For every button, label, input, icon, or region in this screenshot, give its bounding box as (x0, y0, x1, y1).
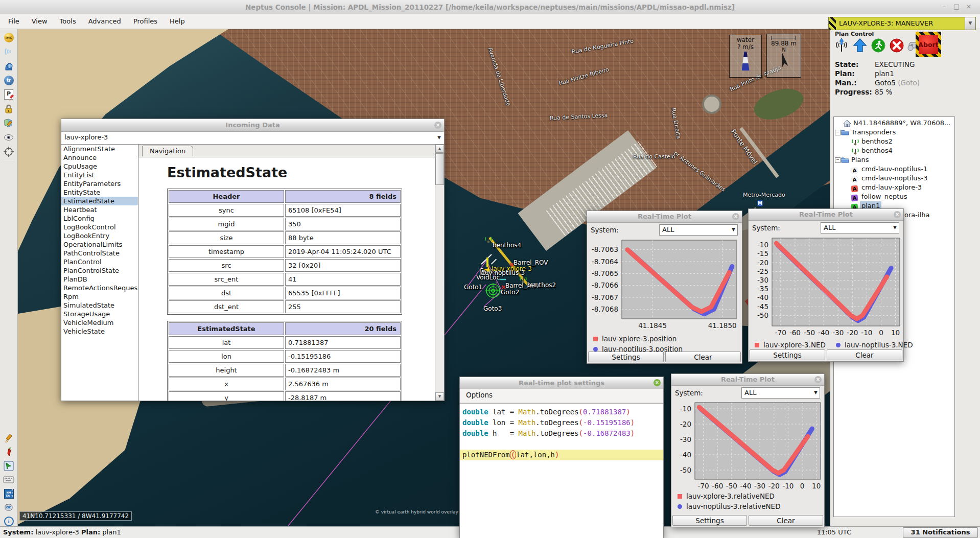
code-line[interactable] (460, 439, 663, 450)
nmea-ais-icon[interactable]: NMEAAIS (3, 487, 15, 500)
security-lock-icon[interactable] (3, 103, 15, 115)
crosshair-target-icon[interactable] (3, 146, 15, 158)
tree-expander[interactable]: − (835, 130, 841, 135)
window-controls[interactable]: –□× (938, 3, 975, 10)
s57-chart-icon[interactable] (3, 446, 15, 458)
menu-tools[interactable]: Tools (54, 14, 82, 29)
menu-options[interactable]: Options (466, 391, 493, 399)
daemon-robot-icon[interactable] (3, 501, 15, 513)
info-icon[interactable]: i (3, 515, 15, 527)
map-marker-metro[interactable]: M (757, 199, 763, 207)
close-icon[interactable]: × (814, 376, 822, 383)
close-icon[interactable]: × (894, 211, 901, 218)
message-item-entitylist[interactable]: EntityList (61, 171, 138, 179)
plot-script-editor[interactable]: double lat = Math.toDegrees(0.71881387)d… (460, 403, 663, 538)
clear-button[interactable]: Clear (665, 352, 741, 362)
message-item-heartbeat[interactable]: Heartbeat (61, 205, 138, 214)
plot-title-bar[interactable]: Real-Time Plot (587, 211, 742, 223)
keyboard-input-icon[interactable] (3, 474, 15, 486)
message-item-logbookentry[interactable]: LogBookEntry (61, 231, 138, 240)
tree-item-cmd-lauv-noptilus-1[interactable]: Acmd-lauv-noptilus-1 (834, 165, 954, 174)
vehicle-selector-arrow-icon[interactable]: ▼ (965, 17, 975, 30)
plot-title-bar[interactable]: Real-Time Plot (749, 209, 903, 221)
message-item-entityparameters[interactable]: EntityParameters (61, 179, 138, 188)
scroll-up-icon[interactable]: ▲ (435, 145, 444, 153)
message-item-pathcontrolstate[interactable]: PathControlState (61, 249, 138, 258)
tree-item-benthos2[interactable]: benthos2 (834, 137, 954, 146)
message-item-simulatedstate[interactable]: SimulatedState (61, 301, 138, 310)
code-line[interactable]: plotNEDFrom(lat,lon,h) (460, 450, 663, 460)
message-item-cpuusage[interactable]: CpuUsage (61, 162, 138, 171)
code-line[interactable]: double h = Math.toDegrees(-0.16872483) (460, 428, 663, 439)
pencil-edit-icon[interactable] (3, 432, 15, 445)
message-item-plancontrol[interactable]: PlanControl (61, 258, 138, 266)
settings-button[interactable]: Settings (750, 349, 825, 360)
operator-head-icon[interactable] (3, 60, 15, 72)
code-line[interactable]: double lat = Math.toDegrees(0.71881387) (460, 407, 663, 417)
settings-button[interactable]: Settings (672, 515, 747, 526)
message-item-vehiclestate[interactable]: VehicleState (61, 327, 138, 336)
menu-advanced[interactable]: Advanced (82, 14, 127, 29)
message-item-entitystate[interactable]: EntityState (61, 188, 138, 197)
scroll-down-icon[interactable]: ▼ (435, 392, 444, 401)
notifications-button[interactable]: 31 Notifications (903, 527, 978, 538)
window-control[interactable]: × (963, 3, 975, 10)
imc-globe-icon[interactable]: IMC (3, 31, 15, 43)
abort-button[interactable]: Abort (916, 32, 941, 57)
announce-signal-icon[interactable] (3, 45, 15, 58)
tree-expander[interactable]: − (835, 157, 841, 163)
close-icon[interactable]: × (434, 122, 441, 129)
stop-plan-icon[interactable] (889, 37, 904, 53)
tree-item-cmd-lauv-noptilus-3[interactable]: Acmd-lauv-noptilus-3 (834, 174, 954, 183)
plan-edit-icon[interactable]: P (3, 88, 15, 101)
tree-item-follow-neptus[interactable]: Afollow_neptus (834, 192, 954, 201)
tree-item-plans[interactable]: −Plans (834, 155, 954, 165)
message-item-vehiclemedium[interactable]: VehicleMedium (61, 318, 138, 327)
incoming-data-title-bar[interactable]: Incoming Data (61, 119, 444, 132)
settings-button[interactable]: Settings (588, 352, 664, 362)
message-item-storageusage[interactable]: StorageUsage (61, 310, 138, 318)
main-title-bar[interactable]: Neptus Console | Mission: APDL_Mission_2… (0, 0, 980, 15)
message-item-alignmentstate[interactable]: AlignmentState (61, 145, 138, 153)
tree-item-transponders[interactable]: −Transponders (834, 128, 954, 137)
incoming-system-dropdown[interactable]: lauv-xplore-3 ▼ (61, 132, 444, 145)
message-item-operationallimits[interactable]: OperationalLimits (61, 240, 138, 249)
code-line[interactable]: double lon = Math.toDegrees(-0.15195186) (460, 417, 663, 428)
settings-title-bar[interactable]: Real-time plot settings (460, 377, 663, 389)
message-item-lblconfig[interactable]: LblConfig (61, 214, 138, 223)
window-control[interactable]: – (938, 3, 950, 10)
iridium-tr-icon[interactable]: tr (3, 74, 15, 86)
scrollbar-thumb[interactable] (435, 153, 444, 185)
system-dropdown[interactable]: ALL ▼ (741, 387, 820, 399)
plot-title-bar[interactable]: Real-Time Plot (671, 374, 824, 386)
message-item-remoteactionsrequest[interactable]: RemoteActionsRequest (61, 284, 138, 292)
send-plan-icon[interactable] (852, 37, 868, 53)
menu-file[interactable]: File (2, 14, 26, 29)
message-item-plandb[interactable]: PlanDB (61, 275, 138, 284)
simulation-cursor-icon[interactable] (3, 460, 15, 472)
layers-visibility-eye-icon[interactable] (3, 131, 15, 144)
vehicle-selector-dropdown[interactable]: LAUV-XPLORE-3: MANEUVER ▼ (828, 17, 976, 30)
map-editor-icon[interactable] (3, 117, 15, 129)
message-item-rpm[interactable]: Rpm (61, 292, 138, 301)
system-dropdown[interactable]: ALL ▼ (821, 222, 899, 233)
start-plan-icon[interactable] (870, 37, 886, 53)
map-marker-target[interactable] (485, 283, 501, 298)
message-item-logbookcontrol[interactable]: LogBookControl (61, 223, 138, 231)
map-marker-benthos4[interactable] (484, 236, 493, 243)
map-marker-dot[interactable] (496, 282, 497, 290)
system-dropdown[interactable]: ALL ▼ (659, 224, 738, 236)
message-item-estimatedstate[interactable]: EstimatedState (61, 197, 138, 205)
message-item-plancontrolstate[interactable]: PlanControlState (61, 266, 138, 275)
vertical-scrollbar[interactable]: ▲ ▼ (435, 145, 444, 401)
window-control[interactable]: □ (950, 3, 963, 10)
map-marker-benthos2[interactable] (519, 275, 527, 283)
close-icon[interactable]: × (732, 213, 739, 220)
clear-button[interactable]: Clear (827, 349, 902, 360)
message-item-announce[interactable]: Announce (61, 153, 138, 162)
tree-item-cmd-lauv-xplore-3[interactable]: Acmd-lauv-xplore-3 (834, 183, 954, 192)
menu-profiles[interactable]: Profiles (127, 14, 164, 29)
tree-item-benthos4[interactable]: benthos4 (834, 146, 954, 155)
menu-help[interactable]: Help (164, 14, 191, 29)
clear-button[interactable]: Clear (749, 515, 823, 526)
